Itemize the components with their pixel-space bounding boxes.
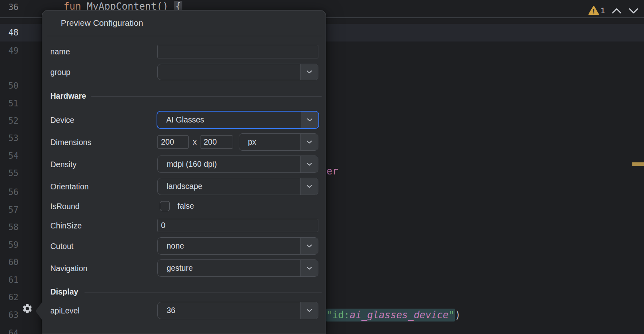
cutout-label: Cutout [50, 241, 73, 251]
next-issue-button[interactable] [628, 8, 639, 16]
isround-checkbox[interactable] [160, 201, 170, 211]
cutout-select[interactable]: none [157, 237, 318, 255]
chevron-down-icon [300, 238, 318, 254]
chevron-down-icon [300, 260, 318, 276]
gutter-line-number[interactable]: 36 [0, 0, 19, 16]
group-label: group [50, 67, 70, 77]
chinsize-input[interactable] [157, 219, 318, 232]
isround-label: IsRound [50, 201, 80, 211]
chevron-down-icon [300, 134, 318, 150]
warning-icon[interactable] [588, 6, 599, 17]
apilevel-label: apiLevel [50, 306, 80, 315]
previous-issue-button[interactable] [611, 8, 622, 16]
scrollbar-warning-stripe[interactable] [632, 162, 644, 166]
unit-value: px [248, 134, 256, 150]
hardware-divider [91, 96, 322, 97]
apilevel-value: 36 [167, 302, 175, 319]
dimensions-label: Dimensions [50, 137, 91, 147]
orientation-select[interactable]: landscape [157, 178, 318, 195]
chevron-down-icon [300, 156, 318, 172]
density-value: mdpi (160 dpi) [167, 156, 217, 172]
navigation-label: Navigation [50, 263, 87, 273]
preview-configuration-dialog: Preview Configuration name group Hardwar… [42, 10, 326, 334]
code-line-63: "id:ai_glasses_device") [326, 306, 460, 324]
name-input[interactable] [157, 45, 318, 58]
gutter-line-number[interactable]: 58 [0, 219, 19, 236]
apilevel-select[interactable]: 36 [157, 302, 318, 319]
display-divider [85, 292, 322, 293]
gutter-line-number[interactable]: 51 [0, 95, 19, 112]
gutter-line-number[interactable]: 61 [0, 272, 19, 289]
density-label: Density [50, 160, 76, 169]
orientation-label: Orientation [50, 182, 89, 191]
isround-value: false [178, 201, 194, 211]
gutter-line-number[interactable]: 56 [0, 184, 19, 201]
gutter-line-number[interactable]: 63 [0, 307, 19, 324]
navigation-value: gesture [167, 260, 193, 276]
dimension-unit-select[interactable]: px [239, 133, 318, 151]
group-select[interactable] [157, 64, 318, 80]
highlighted-usage: "id:ai_glasses_device" [326, 309, 455, 322]
navigation-select[interactable]: gesture [157, 259, 318, 277]
gutter-line-number[interactable]: 54 [0, 147, 19, 165]
orientation-value: landscape [167, 178, 202, 195]
cutout-value: none [167, 238, 184, 254]
chevron-down-icon [300, 64, 318, 80]
gutter-line-number[interactable]: 48 [0, 24, 19, 41]
gutter-line-number[interactable]: 62 [0, 289, 19, 306]
dimension-height-input[interactable] [200, 135, 233, 149]
gutter-line-number[interactable]: 53 [0, 130, 19, 147]
chevron-down-icon [301, 112, 318, 128]
title-divider [47, 36, 322, 36]
device-label: Device [50, 115, 74, 125]
gutter-line-number[interactable]: 50 [0, 77, 19, 95]
chevron-down-icon [300, 302, 318, 319]
chinsize-label: ChinSize [50, 221, 82, 230]
preview-config-gear-icon[interactable] [22, 303, 33, 314]
gutter-line-number[interactable]: 57 [0, 201, 19, 219]
paren-token: ) [455, 309, 460, 321]
device-select[interactable]: AI Glasses [157, 111, 319, 129]
dimensions-separator: x [193, 137, 197, 147]
code-fragment-peek: er [326, 162, 338, 180]
gutter-line-number[interactable]: 49 [0, 42, 19, 60]
name-label: name [50, 47, 70, 56]
device-value: AI Glasses [166, 112, 204, 128]
device-id-token: ai_glasses_device [350, 309, 449, 321]
gutter-line-number[interactable]: 55 [0, 165, 19, 182]
dialog-title: Preview Configuration [61, 18, 143, 28]
string-close: " [448, 309, 454, 321]
gutter-line-number[interactable]: 59 [0, 236, 19, 254]
gutter-line-number[interactable]: 60 [0, 254, 19, 271]
gutter-line-number[interactable]: 64 [0, 325, 19, 334]
warning-count: 1 [601, 5, 605, 16]
section-display: Display [50, 287, 78, 297]
section-hardware: Hardware [50, 91, 86, 101]
string-open: "id: [326, 309, 350, 321]
chevron-down-icon [300, 178, 318, 195]
dialog-pointer [35, 301, 43, 321]
gutter-line-number[interactable]: 52 [0, 112, 19, 130]
dimension-width-input[interactable] [157, 135, 189, 149]
density-select[interactable]: mdpi (160 dpi) [157, 156, 318, 173]
